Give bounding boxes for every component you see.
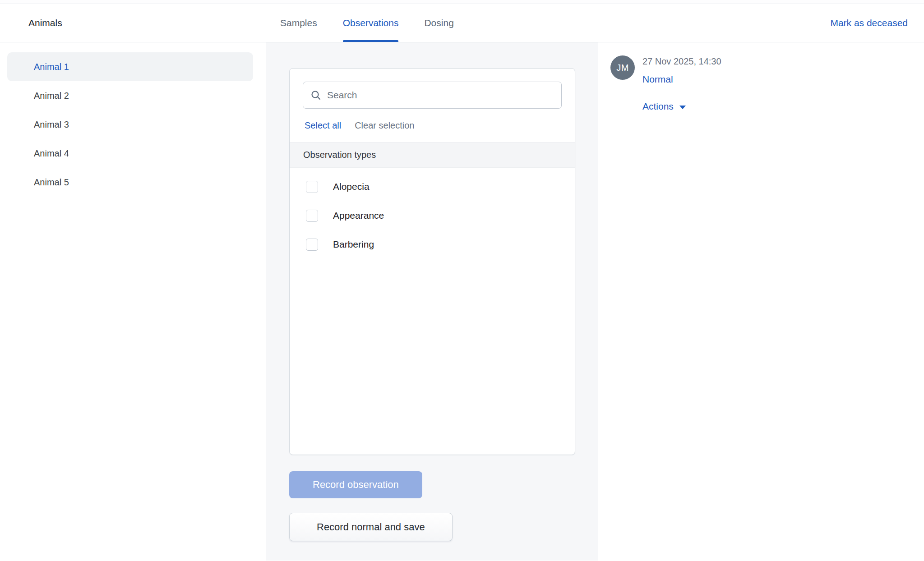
select-all-link[interactable]: Select all <box>305 120 341 131</box>
observation-type-label: Alopecia <box>333 181 370 192</box>
checkbox-barbering[interactable] <box>306 239 318 251</box>
avatar: JM <box>610 55 635 80</box>
search-input[interactable] <box>327 90 554 101</box>
animal-list: Animal 1Animal 2Animal 3Animal 4Animal 5 <box>0 42 266 197</box>
sidebar-title: Animals <box>28 18 62 28</box>
tab-bar: SamplesObservationsDosing <box>266 4 480 42</box>
animals-sidebar: Animals Animal 1Animal 2Animal 3Animal 4… <box>0 4 266 561</box>
sidebar-item-animal-2[interactable]: Animal 2 <box>0 81 266 110</box>
sidebar-item-label: Animal 2 <box>34 91 69 101</box>
observation-type-row-barbering[interactable]: Barbering <box>306 230 575 259</box>
search-box[interactable] <box>303 82 562 109</box>
selection-links: Select all Clear selection <box>303 120 562 131</box>
window-top-edge <box>0 0 924 4</box>
sidebar-item-label: Animal 5 <box>34 177 69 188</box>
observation-panel: Select all Clear selection Observation t… <box>266 42 598 561</box>
main-header: SamplesObservationsDosing Mark as deceas… <box>266 4 924 42</box>
sidebar-item-label: Animal 4 <box>34 148 69 159</box>
tab-observations[interactable]: Observations <box>343 4 399 42</box>
clear-selection-link[interactable]: Clear selection <box>355 120 414 131</box>
observation-picker-card: Select all Clear selection Observation t… <box>289 68 575 455</box>
observation-types-header: Observation types <box>290 142 575 168</box>
sidebar-item-label: Animal 1 <box>34 62 69 72</box>
sidebar-item-label: Animal 3 <box>34 120 69 130</box>
checkbox-appearance[interactable] <box>306 210 318 222</box>
sidebar-item-animal-5[interactable]: Animal 5 <box>0 168 266 197</box>
tab-samples[interactable]: Samples <box>280 4 317 42</box>
activity-status-link[interactable]: Normal <box>642 74 721 85</box>
tab-dosing[interactable]: Dosing <box>424 4 453 42</box>
sidebar-item-animal-1[interactable]: Animal 1 <box>7 52 253 81</box>
app-root: Animals Animal 1Animal 2Animal 3Animal 4… <box>0 4 924 561</box>
observation-type-list: Alopecia Appearance Barbering <box>290 168 575 259</box>
main-area: SamplesObservationsDosing Mark as deceas… <box>266 4 924 561</box>
sidebar-item-animal-4[interactable]: Animal 4 <box>0 139 266 168</box>
observation-type-row-appearance[interactable]: Appearance <box>306 201 575 230</box>
actions-dropdown[interactable]: Actions <box>642 101 721 112</box>
sidebar-header: Animals <box>0 4 266 42</box>
sidebar-item-animal-3[interactable]: Animal 3 <box>0 110 266 139</box>
record-observation-button[interactable]: Record observation <box>289 471 422 498</box>
mark-as-deceased-button[interactable]: Mark as deceased <box>830 4 908 42</box>
observation-type-row-alopecia[interactable]: Alopecia <box>306 172 575 201</box>
activity-entry: JM 27 Nov 2025, 14:30 Normal Actions <box>610 55 924 112</box>
record-normal-and-save-button[interactable]: Record normal and save <box>289 513 453 541</box>
picker-card-top: Select all Clear selection <box>290 69 575 131</box>
chevron-down-icon <box>679 106 686 109</box>
search-icon <box>310 90 321 101</box>
content-area: Select all Clear selection Observation t… <box>266 42 924 561</box>
checkbox-alopecia[interactable] <box>306 181 318 193</box>
activity-panel: JM 27 Nov 2025, 14:30 Normal Actions <box>598 42 924 561</box>
actions-dropdown-label: Actions <box>642 101 674 112</box>
activity-timestamp: 27 Nov 2025, 14:30 <box>642 56 721 67</box>
observation-type-label: Barbering <box>333 239 374 250</box>
observation-type-label: Appearance <box>333 210 384 221</box>
activity-entry-meta: 27 Nov 2025, 14:30 Normal Actions <box>642 55 721 112</box>
